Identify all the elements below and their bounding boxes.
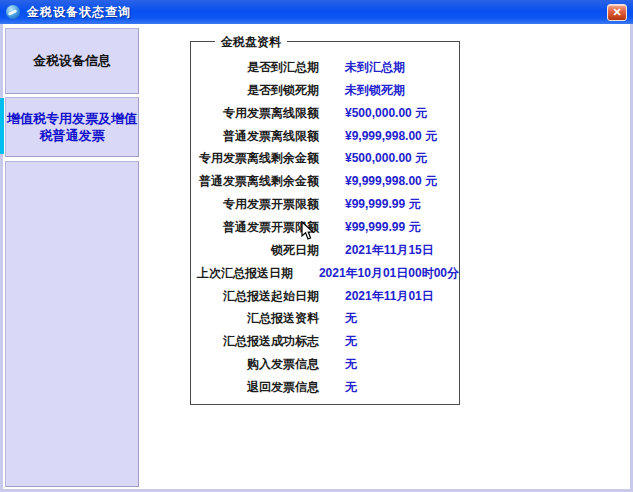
table-row: 汇总报送资料 无: [191, 307, 459, 330]
field-label: 专用发票离线剩余金额: [191, 150, 319, 167]
table-row: 普通发票离线限额 ¥9,999,998.00 元: [191, 125, 459, 148]
sidebar-item-label: 增值税专用发票及增值税普通发票: [7, 110, 137, 144]
field-label: 是否到锁死期: [191, 82, 319, 99]
table-row: 汇总报送起始日期 2021年11月01日: [191, 285, 459, 308]
close-icon: ✕: [612, 6, 621, 18]
close-button[interactable]: ✕: [607, 4, 627, 21]
table-row: 退回发票信息 无: [191, 376, 459, 399]
field-label: 普通发票离线剩余金额: [191, 173, 319, 190]
field-label: 普通发票开票限额: [191, 219, 319, 236]
window-border-left: [0, 24, 3, 492]
field-label: 是否到汇总期: [191, 59, 319, 76]
field-value: ¥9,999,998.00 元: [345, 173, 437, 190]
field-value: 无: [345, 379, 357, 396]
field-value: ¥9,999,998.00 元: [345, 128, 437, 145]
field-label: 汇总报送资料: [191, 310, 319, 327]
table-row: 专用发票离线剩余金额 ¥500,000.00 元: [191, 147, 459, 170]
table-row: 上次汇总报送日期 2021年10月01日00时00分: [191, 262, 459, 285]
table-row: 普通发票开票限额 ¥99,999.99 元: [191, 216, 459, 239]
field-value: 无: [345, 356, 357, 373]
table-row: 锁死日期 2021年11月15日: [191, 239, 459, 262]
field-label: 购入发票信息: [191, 356, 319, 373]
field-label: 汇总报送起始日期: [191, 288, 319, 305]
table-row: 是否到汇总期 未到汇总期: [191, 56, 459, 79]
dialog-window: 金税设备状态查询 ✕ 金税设备信息 增值税专用发票及增值税普通发票 金税盘资料 …: [0, 0, 633, 492]
field-value: ¥500,000.00 元: [345, 150, 427, 167]
table-row: 专用发票开票限额 ¥99,999.99 元: [191, 193, 459, 216]
sidebar-item-device-info[interactable]: 金税设备信息: [5, 28, 139, 94]
sidebar-item-label: 金税设备信息: [33, 52, 111, 70]
field-value: 无: [345, 333, 357, 350]
app-icon: [6, 5, 20, 19]
field-value: ¥99,999.99 元: [345, 196, 420, 213]
field-value: ¥99,999.99 元: [345, 219, 420, 236]
selected-item-indicator: [0, 98, 4, 154]
field-value: 2021年11月01日: [345, 288, 434, 305]
sidebar-item-vat-invoices[interactable]: 增值税专用发票及增值税普通发票: [5, 97, 139, 157]
table-row: 汇总报送成功标志 无: [191, 330, 459, 353]
field-label: 专用发票开票限额: [191, 196, 319, 213]
status-table: 是否到汇总期 未到汇总期 是否到锁死期 未到锁死期 专用发票离线限额 ¥500,…: [191, 56, 459, 399]
field-value: 2021年11月15日: [345, 242, 434, 259]
field-label: 普通发票离线限额: [191, 128, 319, 145]
field-label: 汇总报送成功标志: [191, 333, 319, 350]
table-row: 购入发票信息 无: [191, 353, 459, 376]
field-value: 2021年10月01日00时00分: [319, 265, 459, 282]
field-label: 锁死日期: [191, 242, 319, 259]
mouse-cursor-icon: [301, 221, 315, 245]
table-row: 普通发票离线剩余金额 ¥9,999,998.00 元: [191, 170, 459, 193]
title-bar[interactable]: 金税设备状态查询 ✕: [0, 0, 633, 24]
field-label: 上次汇总报送日期: [191, 265, 293, 282]
field-value: 无: [345, 310, 357, 327]
field-label: 专用发票离线限额: [191, 105, 319, 122]
table-row: 专用发票离线限额 ¥500,000.00 元: [191, 102, 459, 125]
field-value: 未到汇总期: [345, 59, 405, 76]
sidebar-panel: [5, 161, 139, 487]
window-title: 金税设备状态查询: [27, 4, 131, 21]
table-row: 是否到锁死期 未到锁死期: [191, 79, 459, 102]
field-value: ¥500,000.00 元: [345, 105, 427, 122]
field-label: 退回发票信息: [191, 379, 319, 396]
groupbox-legend: 金税盘资料: [215, 34, 287, 51]
field-value: 未到锁死期: [345, 82, 405, 99]
